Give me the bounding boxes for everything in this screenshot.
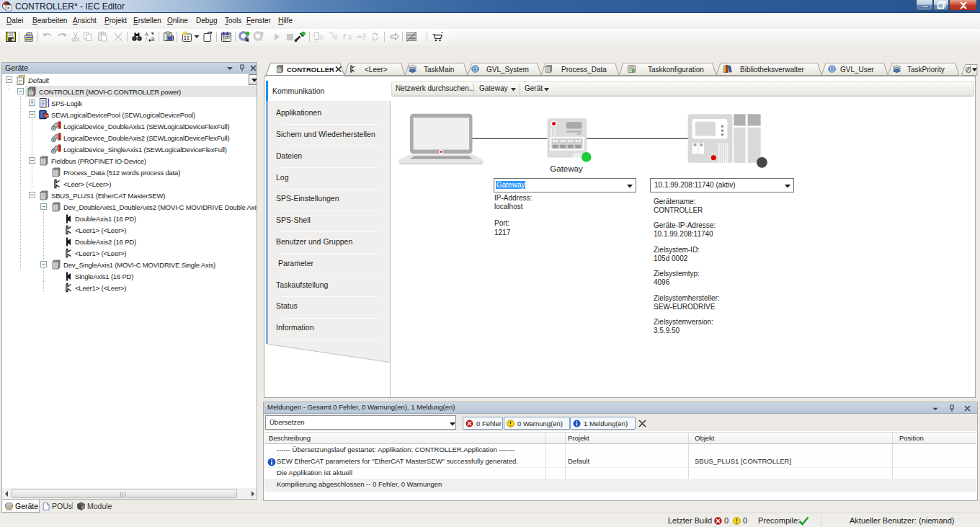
svg-text:B: B xyxy=(151,37,155,42)
svg-text:Bibliotheksverwalter: Bibliotheksverwalter xyxy=(740,66,805,74)
svg-text:Gateway: Gateway xyxy=(550,164,583,173)
svg-text:AB: AB xyxy=(411,37,416,41)
svg-text:A: A xyxy=(145,32,148,37)
svg-text:GVL_User: GVL_User xyxy=(840,66,874,74)
svg-text:Process_Data: Process_Data xyxy=(561,66,607,74)
svg-text:GVL_System: GVL_System xyxy=(486,66,529,74)
svg-text:Taskkonfiguration: Taskkonfiguration xyxy=(648,66,704,74)
svg-text:CONTROLLER: CONTROLLER xyxy=(287,66,334,74)
svg-text:TaskMain: TaskMain xyxy=(424,66,454,74)
svg-text:TaskPriority: TaskPriority xyxy=(907,66,945,74)
svg-text:<Leer>: <Leer> xyxy=(365,66,388,74)
